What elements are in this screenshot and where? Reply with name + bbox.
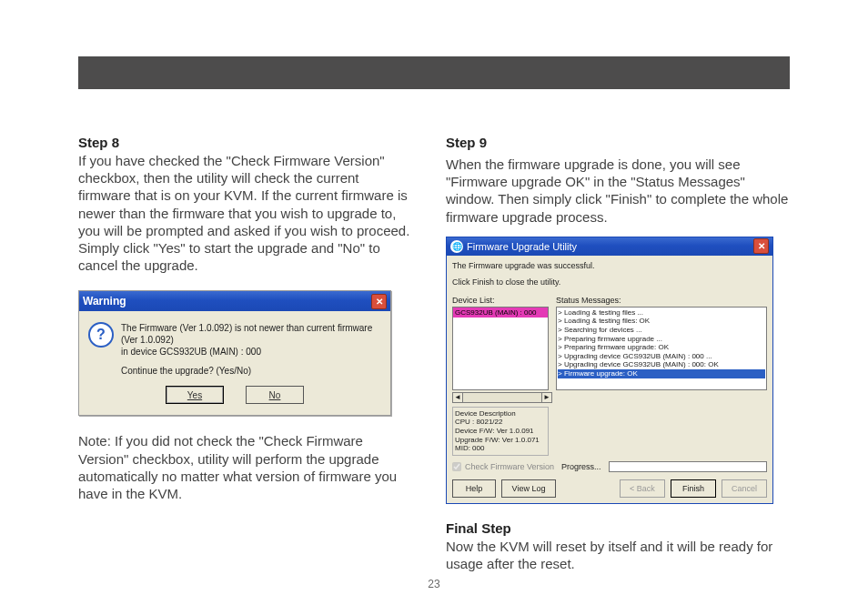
- left-column: Step 8 If you have checked the "Check Fi…: [78, 135, 415, 502]
- step8-body: If you have checked the "Check Firmware …: [78, 152, 415, 274]
- final-step-heading: Final Step: [446, 520, 790, 536]
- devdesc-fw: Device F/W: Ver 1.0.091: [455, 427, 546, 436]
- status-line-selected: > Firmware upgrade: OK: [558, 369, 765, 378]
- step8-heading: Step 8: [78, 135, 415, 150]
- app-icon: 🌐: [450, 240, 463, 253]
- page-number: 23: [0, 578, 868, 590]
- warning-button-row: Yes No: [79, 386, 390, 415]
- status-line: > Upgrading device GCS932UB (MAIN) : 000…: [558, 360, 765, 369]
- warning-title: Warning: [83, 295, 371, 308]
- device-description: Device Description CPU : 8021/22 Device …: [452, 407, 549, 456]
- check-firmware-row: Check Firmware Version Progress...: [452, 461, 767, 472]
- status-line: > Loading & testing files: OK: [558, 317, 765, 326]
- close-icon[interactable]: ✕: [753, 238, 769, 254]
- no-button[interactable]: No: [246, 386, 304, 404]
- warning-titlebar: Warning ✕: [79, 291, 390, 311]
- status-line: > Preparing firmware upgrade: OK: [558, 343, 765, 352]
- status-messages[interactable]: > Loading & testing files ... > Loading …: [556, 307, 767, 390]
- scroll-left-icon[interactable]: ◄: [452, 392, 463, 403]
- progress-bar: [609, 461, 767, 472]
- warning-line3: Continue the upgrade? (Yes/No): [121, 365, 381, 377]
- status-messages-label: Status Messages:: [556, 296, 767, 305]
- status-line: > Upgrading device GCS932UB (MAIN) : 000…: [558, 352, 765, 361]
- check-firmware-label: Check Firmware Version: [465, 462, 554, 471]
- step9-heading: Step 9: [446, 135, 790, 150]
- fwu-titlebar: 🌐 Firmware Upgrade Utility ✕: [447, 237, 772, 256]
- device-list-label: Device List:: [452, 296, 552, 305]
- status-line: > Searching for devices ...: [558, 326, 765, 335]
- devdesc-cpu: CPU : 8021/22: [455, 418, 546, 427]
- warning-line1: The Firmware (Ver 1.0.092) is not newer …: [121, 322, 381, 346]
- yes-button[interactable]: Yes: [166, 386, 224, 404]
- fwu-success-line: The Firmware upgrade was successful.: [452, 261, 767, 270]
- warning-message: The Firmware (Ver 1.0.092) is not newer …: [121, 322, 381, 377]
- header-bar: [78, 56, 790, 89]
- devdesc-heading: Device Description: [455, 409, 546, 418]
- warning-body: ? The Firmware (Ver 1.0.092) is not newe…: [79, 311, 390, 386]
- question-icon: ?: [88, 322, 114, 348]
- warning-line2: in device GCS932UB (MAIN) : 000: [121, 346, 381, 358]
- scroll-track[interactable]: [463, 392, 541, 403]
- device-list[interactable]: GCS932UB (MAIN) : 000: [452, 307, 549, 390]
- check-firmware-checkbox: [452, 462, 461, 471]
- step8-note: Note: If you did not check the "Check Fi…: [78, 432, 415, 502]
- devdesc-upgrade: Upgrade F/W: Ver 1.0.071: [455, 436, 546, 445]
- help-button[interactable]: Help: [452, 479, 496, 498]
- fwu-title: Firmware Upgrade Utility: [467, 241, 753, 252]
- progress-label: Progress...: [561, 462, 601, 471]
- right-column: Step 9 When the firmware upgrade is done…: [446, 135, 790, 572]
- device-list-item-selected[interactable]: GCS932UB (MAIN) : 000: [453, 308, 548, 318]
- warning-dialog: Warning ✕ ? The Firmware (Ver 1.0.092) i…: [78, 290, 391, 416]
- step9-body: When the firmware upgrade is done, you w…: [446, 156, 790, 226]
- close-icon[interactable]: ✕: [371, 294, 387, 309]
- scroll-right-icon[interactable]: ►: [541, 392, 552, 403]
- viewlog-button[interactable]: View Log: [501, 479, 556, 498]
- devdesc-mid: MID: 000: [455, 444, 546, 453]
- status-line: > Preparing firmware upgrade ...: [558, 335, 765, 344]
- final-step-body: Now the KVM will reset by itself and it …: [446, 538, 790, 572]
- fwu-body: The Firmware upgrade was successful. Cli…: [447, 256, 772, 503]
- status-line: > Loading & testing files ...: [558, 308, 765, 318]
- device-list-scrollbar[interactable]: ◄ ►: [452, 392, 552, 403]
- back-button: < Back: [620, 479, 665, 498]
- fwu-button-row: Help View Log < Back Finish Cancel: [452, 479, 767, 498]
- finish-button[interactable]: Finish: [671, 479, 716, 498]
- cancel-button: Cancel: [722, 479, 767, 498]
- fwu-instruction-line: Click Finish to close the utility.: [452, 277, 767, 287]
- firmware-upgrade-window: 🌐 Firmware Upgrade Utility ✕ The Firmwar…: [446, 237, 773, 504]
